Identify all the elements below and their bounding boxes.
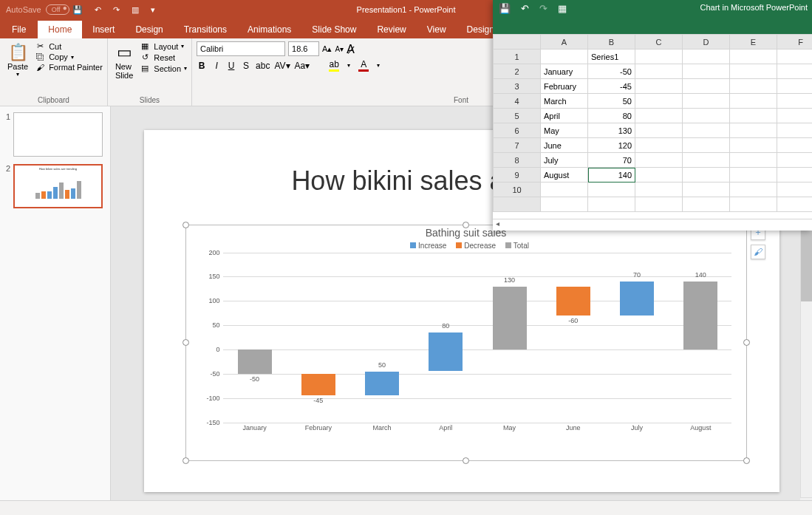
paste-button[interactable]: 📋Paste▾	[4, 41, 31, 79]
save-icon[interactable]: 💾	[72, 5, 83, 15]
section-button[interactable]: ▤Section▾	[139, 64, 187, 73]
cell[interactable]	[777, 94, 813, 109]
cell[interactable]: -50	[588, 64, 635, 79]
cell[interactable]	[683, 138, 730, 153]
resize-handle[interactable]	[463, 457, 469, 464]
bar-may[interactable]	[493, 287, 527, 349]
strike-button[interactable]: S	[241, 61, 251, 71]
chart-styles-button[interactable]: 🖌	[751, 245, 765, 259]
cell[interactable]: July	[541, 153, 588, 168]
row-header[interactable]: 2	[494, 64, 541, 79]
excel-redo-icon[interactable]: ↷	[539, 3, 547, 14]
excel-more-icon[interactable]: ▦	[558, 3, 567, 14]
font-name-select[interactable]	[197, 41, 285, 56]
tab-design[interactable]: Design	[125, 21, 173, 38]
cell[interactable]	[683, 50, 730, 64]
row-header[interactable]: 4	[494, 94, 541, 109]
col-header[interactable]: F	[777, 35, 813, 50]
cell[interactable]: January	[541, 64, 588, 79]
cell[interactable]	[635, 183, 683, 197]
cell[interactable]	[730, 183, 777, 197]
cell[interactable]: 140	[588, 168, 635, 183]
cell[interactable]	[730, 79, 777, 94]
resize-handle[interactable]	[182, 339, 189, 346]
tab-transitions[interactable]: Transitions	[174, 21, 237, 38]
cell[interactable]: 120	[588, 138, 635, 153]
cell[interactable]	[541, 183, 588, 197]
cell[interactable]	[683, 64, 730, 79]
bar-march[interactable]	[365, 372, 399, 396]
col-header[interactable]: E	[730, 35, 777, 50]
layout-button[interactable]: ▦Layout▾	[139, 41, 187, 51]
start-from-beginning-icon[interactable]: ▥	[132, 5, 139, 15]
tab-file[interactable]: File	[0, 21, 38, 38]
cell[interactable]: 50	[588, 94, 635, 109]
row-header[interactable]: 9	[494, 168, 541, 183]
cell[interactable]	[635, 153, 683, 168]
excel-sheet[interactable]: ABCDEF1Series12January-503February-454Ma…	[493, 34, 812, 219]
cut-button[interactable]: ✂Cut	[34, 41, 103, 51]
font-size-select[interactable]	[288, 41, 319, 56]
cell[interactable]	[777, 138, 813, 153]
row-header[interactable]: 10	[494, 183, 541, 197]
cell[interactable]	[683, 79, 730, 94]
col-header[interactable]: D	[683, 35, 730, 50]
cell[interactable]	[683, 153, 730, 168]
cell[interactable]	[777, 168, 813, 183]
row-header[interactable]: 3	[494, 79, 541, 94]
row-header[interactable]: 1	[494, 50, 541, 64]
italic-button[interactable]: I	[211, 61, 222, 71]
cell[interactable]	[635, 64, 683, 79]
bar-august[interactable]	[683, 282, 717, 349]
cell[interactable]	[777, 50, 813, 64]
cell[interactable]: Series1	[588, 50, 635, 64]
cell[interactable]	[635, 109, 683, 123]
col-header[interactable]: C	[635, 35, 683, 50]
decrease-font-icon[interactable]: A▾	[335, 45, 344, 53]
row-header[interactable]: 5	[494, 109, 541, 123]
cell[interactable]	[635, 138, 683, 153]
slide-thumbnail-2[interactable]: How bikini sales are trending	[13, 164, 103, 208]
redo-icon[interactable]: ↷	[113, 5, 120, 15]
cell[interactable]: 130	[588, 123, 635, 138]
cell[interactable]	[730, 94, 777, 109]
cell[interactable]	[777, 109, 813, 123]
slide-thumbnail-1[interactable]	[13, 112, 103, 157]
char-spacing-button[interactable]: AV▾	[274, 61, 290, 71]
cell[interactable]	[730, 168, 777, 183]
cell[interactable]: -45	[588, 79, 635, 94]
tab-view[interactable]: View	[417, 21, 457, 38]
resize-handle[interactable]	[743, 339, 750, 346]
cell[interactable]: May	[541, 123, 588, 138]
cell[interactable]	[541, 50, 588, 64]
cell[interactable]	[635, 79, 683, 94]
bar-february[interactable]	[301, 374, 335, 396]
cell[interactable]	[683, 183, 730, 197]
cell[interactable]: August	[541, 168, 588, 183]
qat-more-icon[interactable]: ▾	[151, 5, 155, 15]
resize-handle[interactable]	[743, 457, 750, 464]
cell[interactable]: 70	[588, 153, 635, 168]
reset-button[interactable]: ↺Reset	[139, 52, 187, 62]
cell[interactable]: June	[541, 138, 588, 153]
resize-handle[interactable]	[182, 222, 189, 228]
excel-save-icon[interactable]: 💾	[499, 3, 511, 14]
cell[interactable]	[683, 109, 730, 123]
cell[interactable]	[635, 168, 683, 183]
format-painter-button[interactable]: 🖌Format Painter	[34, 63, 103, 72]
highlight-button[interactable]: ab	[329, 59, 339, 72]
cell[interactable]	[777, 123, 813, 138]
cell[interactable]	[683, 94, 730, 109]
cell[interactable]	[730, 153, 777, 168]
shadow-button[interactable]: abc	[256, 61, 270, 71]
change-case-button[interactable]: Aa▾	[295, 61, 310, 71]
cell[interactable]	[730, 109, 777, 123]
row-header[interactable]: 7	[494, 138, 541, 153]
row-header[interactable]: 6	[494, 123, 541, 138]
bar-june[interactable]	[556, 287, 590, 316]
bold-button[interactable]: B	[197, 61, 207, 71]
col-header[interactable]: B	[588, 35, 635, 50]
bar-january[interactable]	[238, 349, 272, 374]
cell[interactable]	[635, 50, 683, 64]
bar-july[interactable]	[620, 282, 654, 316]
